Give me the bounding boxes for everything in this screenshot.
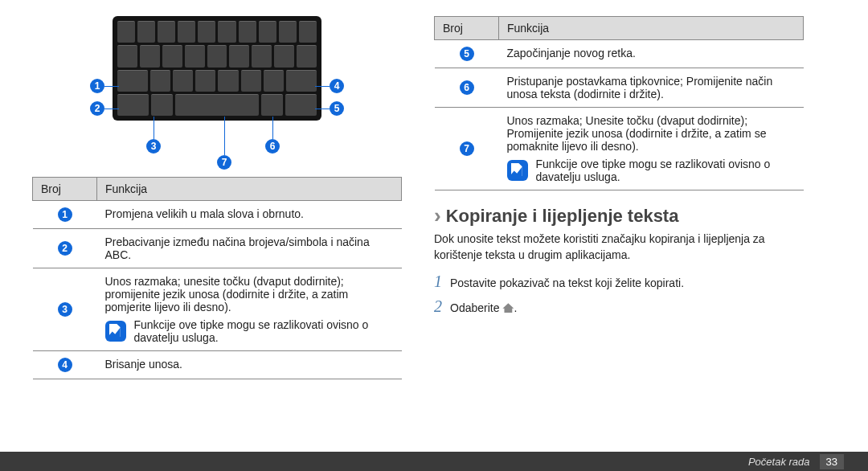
step-text: Odaberite . xyxy=(450,301,517,314)
footer-page-number: 33 xyxy=(820,454,844,469)
step-1: 1 Postavite pokazivač na tekst koji želi… xyxy=(434,272,804,291)
step-2: 2 Odaberite . xyxy=(434,297,804,316)
row-num: 5 xyxy=(435,40,499,68)
th-broj: Broj xyxy=(33,178,97,201)
home-icon xyxy=(502,303,514,313)
table-row: 1 Promjena velikih u mala slova i obrnut… xyxy=(33,201,402,229)
note-box: Funkcije ove tipke mogu se razlikovati o… xyxy=(105,318,394,344)
row-num: 3 xyxy=(33,268,97,351)
anno-num-2: 2 xyxy=(90,101,104,116)
th-funkcija: Funkcija xyxy=(499,17,804,40)
row-text: Prebacivanje između načina brojeva/simbo… xyxy=(97,229,402,268)
anno-6: 6 xyxy=(265,117,280,154)
anno-4: 4 xyxy=(315,79,344,93)
table-header-row: Broj Funkcija xyxy=(435,17,804,40)
step-2-prefix: Odaberite xyxy=(450,301,502,314)
row-text-content: Unos razmaka; unesite točku (dvaput dodi… xyxy=(105,275,349,313)
right-function-table: Broj Funkcija 5 Započinjanje novog retka… xyxy=(434,16,804,190)
row-num: 2 xyxy=(33,229,97,268)
th-funkcija: Funkcija xyxy=(97,178,402,201)
anno-num-1: 1 xyxy=(90,79,104,93)
section-heading-text: Kopiranje i lijepljenje teksta xyxy=(446,206,679,227)
row-num: 6 xyxy=(435,68,499,108)
section-paragraph: Dok unosite tekst možete koristiti znača… xyxy=(434,231,804,263)
table-row: 6 Pristupanje postavkama tipkovnice; Pro… xyxy=(435,68,804,108)
row-num: 7 xyxy=(435,108,499,190)
row-text: Započinjanje novog retka. xyxy=(499,40,804,68)
num-icon: 2 xyxy=(58,241,72,256)
row-text: Brisanje unosa. xyxy=(97,351,402,379)
num-icon: 7 xyxy=(460,141,474,156)
anno-2: 2 xyxy=(90,101,119,116)
table-row: 2 Prebacivanje između načina brojeva/sim… xyxy=(33,229,402,268)
note-text: Funkcije ove tipke mogu se razlikovati o… xyxy=(134,318,394,344)
left-function-table: Broj Funkcija 1 Promjena velikih u mala … xyxy=(32,177,402,379)
section-heading: Kopiranje i lijepljenje teksta xyxy=(434,203,804,228)
page-footer: Početak rada 33 xyxy=(0,452,868,471)
anno-num-4: 4 xyxy=(330,79,344,93)
row-num: 1 xyxy=(33,201,97,229)
num-icon: 6 xyxy=(460,80,474,95)
row-num: 4 xyxy=(33,351,97,379)
num-icon: 1 xyxy=(58,207,72,222)
anno-num-6: 6 xyxy=(265,139,280,154)
table-row: 4 Brisanje unosa. xyxy=(33,351,402,379)
note-icon xyxy=(105,321,126,342)
num-icon: 4 xyxy=(58,358,72,372)
anno-1: 1 xyxy=(90,79,119,93)
anno-7: 7 xyxy=(217,117,231,170)
table-row: 5 Započinjanje novog retka. xyxy=(435,40,804,68)
row-text: Unos razmaka; unesite točku (dvaput dodi… xyxy=(97,268,402,351)
note-box: Funkcije ove tipke mogu se razlikovati o… xyxy=(507,158,796,183)
anno-num-5: 5 xyxy=(330,101,344,116)
row-text: Unos razmaka; Unesite točku (dvaput dodi… xyxy=(499,108,804,190)
row-text: Promjena velikih u mala slova i obrnuto. xyxy=(97,201,402,229)
step-number: 1 xyxy=(434,272,442,291)
note-icon xyxy=(507,160,528,181)
table-row: 3 Unos razmaka; unesite točku (dvaput do… xyxy=(33,268,402,351)
anno-5: 5 xyxy=(315,101,344,116)
num-icon: 3 xyxy=(58,302,72,317)
th-broj: Broj xyxy=(435,17,499,40)
anno-num-7: 7 xyxy=(217,155,231,170)
row-text: Pristupanje postavkama tipkovnice; Promi… xyxy=(499,68,804,108)
footer-chapter: Početak rada xyxy=(748,456,810,468)
page-layout: 1 2 4 5 3 6 7 Broj Funkcija 1 Promjena xyxy=(0,0,868,450)
left-column: 1 2 4 5 3 6 7 Broj Funkcija 1 Promjena xyxy=(32,16,402,450)
table-header-row: Broj Funkcija xyxy=(33,178,402,201)
onscreen-keyboard xyxy=(113,16,321,121)
num-icon: 5 xyxy=(460,47,474,61)
keyboard-diagram: 1 2 4 5 3 6 7 xyxy=(104,16,330,161)
anno-3: 3 xyxy=(146,117,161,154)
step-number: 2 xyxy=(434,297,442,316)
table-row: 7 Unos razmaka; Unesite točku (dvaput do… xyxy=(435,108,804,190)
row-text-content: Unos razmaka; Unesite točku (dvaput dodi… xyxy=(507,114,767,153)
right-column: Broj Funkcija 5 Započinjanje novog retka… xyxy=(434,16,804,450)
note-text: Funkcije ove tipke mogu se razlikovati o… xyxy=(536,158,796,183)
step-2-suffix: . xyxy=(514,301,517,314)
anno-num-3: 3 xyxy=(146,139,161,154)
step-text: Postavite pokazivač na tekst koji želite… xyxy=(450,276,684,289)
